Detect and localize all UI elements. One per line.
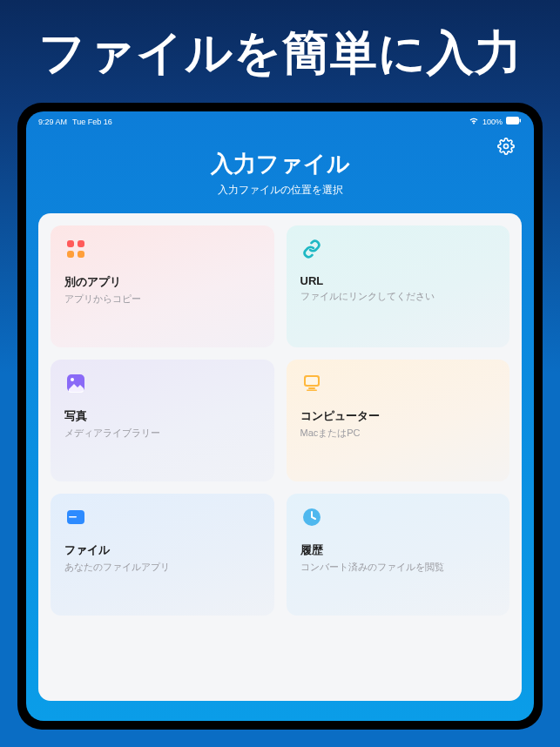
- svg-rect-14: [69, 516, 77, 518]
- wifi-icon: [469, 117, 479, 126]
- link-icon: [300, 238, 323, 260]
- tile-grid: 別のアプリ アプリからコピー URL ファイルにリンクしてください 写真 メディ…: [51, 225, 509, 616]
- tile-title: コンピューター: [300, 408, 496, 424]
- status-time: 9:29 AM: [38, 118, 67, 126]
- tile-subtitle: ファイルにリンクしてください: [300, 290, 496, 303]
- svg-rect-10: [306, 377, 318, 385]
- tile-subtitle: コンバート済みのファイルを閲覧: [300, 561, 496, 574]
- page-title: 入力ファイル: [26, 149, 534, 179]
- svg-rect-12: [307, 390, 317, 392]
- tile-title: 写真: [64, 408, 260, 424]
- tile-title: URL: [300, 274, 496, 287]
- tile-photos[interactable]: 写真 メディアライブラリー: [51, 360, 274, 481]
- svg-rect-11: [308, 387, 315, 389]
- status-date: Tue Feb 16: [72, 118, 112, 126]
- svg-rect-4: [78, 240, 84, 247]
- tile-title: 別のアプリ: [64, 274, 260, 290]
- tile-files[interactable]: ファイル あなたのファイルアプリ: [51, 494, 274, 616]
- computer-icon: [300, 372, 323, 394]
- tile-title: ファイル: [64, 542, 260, 558]
- svg-rect-6: [78, 251, 84, 258]
- promo-title: ファイルを簡単に入力: [0, 0, 560, 103]
- content-card: 別のアプリ アプリからコピー URL ファイルにリンクしてください 写真 メディ…: [38, 213, 522, 701]
- screen: 9:29 AM Tue Feb 16 100% 入力ファイル 入力ファイルの位: [26, 111, 534, 721]
- tile-subtitle: あなたのファイルアプリ: [64, 561, 260, 574]
- apps-icon: [64, 238, 87, 260]
- page-header: 入力ファイル 入力ファイルの位置を選択: [26, 131, 534, 213]
- svg-rect-3: [67, 240, 74, 247]
- tile-another-app[interactable]: 別のアプリ アプリからコピー: [51, 225, 274, 347]
- settings-button[interactable]: [497, 138, 515, 158]
- history-icon: [300, 506, 323, 528]
- svg-point-2: [504, 145, 509, 149]
- device-frame: 9:29 AM Tue Feb 16 100% 入力ファイル 入力ファイルの位: [17, 103, 543, 730]
- svg-rect-5: [67, 251, 74, 258]
- photo-icon: [64, 372, 87, 394]
- tile-title: 履歴: [300, 542, 496, 558]
- folder-icon: [64, 506, 87, 528]
- status-bar: 9:29 AM Tue Feb 16 100%: [26, 111, 534, 131]
- svg-point-8: [71, 378, 74, 381]
- tile-subtitle: メディアライブラリー: [64, 427, 260, 440]
- tile-url[interactable]: URL ファイルにリンクしてください: [287, 225, 510, 347]
- tile-history[interactable]: 履歴 コンバート済みのファイルを閲覧: [287, 494, 510, 616]
- svg-rect-0: [506, 117, 519, 124]
- battery-icon: [506, 117, 522, 126]
- svg-rect-1: [520, 119, 522, 123]
- page-subtitle: 入力ファイルの位置を選択: [26, 183, 534, 198]
- tile-computer[interactable]: コンピューター MacまたはPC: [287, 360, 510, 481]
- tile-subtitle: アプリからコピー: [64, 293, 260, 306]
- battery-percent: 100%: [482, 118, 503, 126]
- tile-subtitle: MacまたはPC: [300, 427, 496, 440]
